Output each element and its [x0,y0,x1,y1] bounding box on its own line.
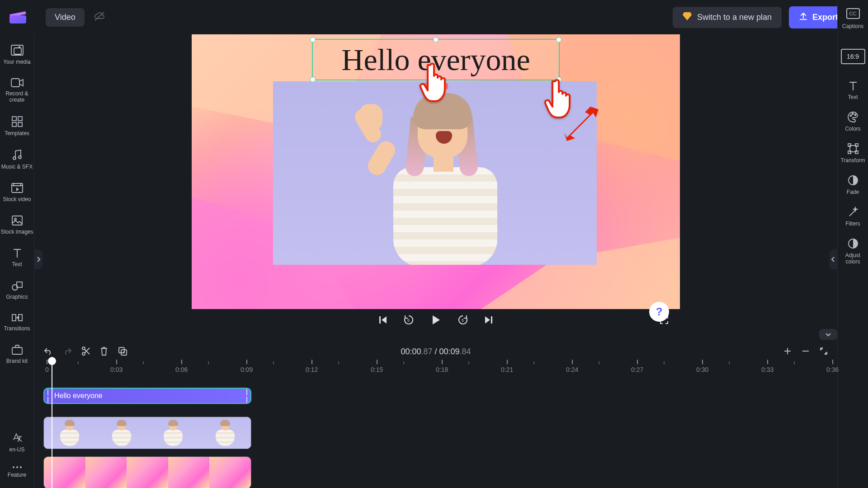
svg-rect-13 [12,216,22,225]
clip-thumbnail [209,457,251,488]
svg-rect-19 [12,347,22,354]
sidebar-item-transitions[interactable]: Transitions [0,307,34,339]
svg-rect-8 [12,122,16,127]
sidebar-label: Text [0,261,34,267]
skip-start-button[interactable] [377,315,387,326]
switch-plan-button[interactable]: Switch to a new plan [673,7,782,28]
svg-rect-27 [848,144,851,146]
clip-thumbnail [44,457,85,488]
inspector-item-captions[interactable]: CC Captions [842,5,863,36]
ruler-minor-tick [338,360,339,376]
inspector-label: Filters [838,221,868,227]
delete-button[interactable] [99,346,108,357]
aspect-ratio-button[interactable]: 16:9 [841,49,865,64]
sidebar-item-record-create[interactable]: Record & create [0,72,34,110]
resize-handle-bl[interactable] [310,77,316,82]
inspector-label: Transform [838,157,868,164]
text-clip[interactable]: Hello everyone [43,388,251,404]
inspector-item-fade[interactable]: Fade [838,166,868,198]
svg-point-22 [20,466,22,468]
ruler-minor-tick [599,360,599,376]
help-button[interactable]: ? [649,302,669,322]
play-button[interactable] [430,314,442,327]
aspect-ratio-value: 16:9 [847,53,859,60]
text-icon [12,248,22,258]
sidebar-item-text[interactable]: Text [0,242,34,275]
ruler-label: 0:21 [501,360,513,376]
svg-rect-0 [9,15,26,23]
sidebar-item-stock-video[interactable]: Stock video [0,177,34,210]
resize-arrow-annotation [559,102,602,145]
inspector-item-transform[interactable]: Transform [838,135,868,166]
sidebar-left: Your media Record & create Templates Mus… [0,34,34,488]
app-logo-icon[interactable] [8,10,28,24]
clip-trim-left[interactable] [44,389,52,403]
forward-icon: 5 [457,314,469,326]
undo-button[interactable] [43,346,53,357]
cc-icon: CC [846,8,860,19]
trash-icon [99,346,108,356]
background-clip[interactable] [43,456,251,488]
palette-icon [847,111,859,123]
svg-point-14 [14,218,16,220]
svg-rect-17 [12,314,16,321]
back-5s-button[interactable]: 5 [403,314,415,327]
music-icon [12,149,23,161]
track-text[interactable]: Hello everyone [34,388,837,409]
ruler-minor-tick [664,360,665,376]
inspector-label: Adjust colors [838,252,868,265]
sidebar-item-more[interactable]: Feature [0,460,34,485]
sidebar-item-stock-images[interactable]: Stock images [0,210,34,242]
video-icon [11,183,24,193]
sidebar-label: Stock images [0,229,34,235]
play-icon [430,314,442,326]
svg-rect-28 [855,144,858,146]
resize-handle-tl[interactable] [310,37,316,42]
track-background[interactable] [34,456,837,488]
ruler-minor-tick [468,360,469,376]
playhead-handle[interactable] [48,357,56,365]
cloud-sync-off-icon [94,11,105,23]
sidebar-item-templates[interactable]: Templates [0,110,34,144]
scissors-icon [81,346,90,356]
zoom-fit-button[interactable] [819,347,828,357]
minus-icon [801,347,810,356]
svg-text:5: 5 [462,318,464,323]
timeline-ruler[interactable]: 00:030:060:090:120:150:180:210:240:270:3… [34,360,837,376]
inspector-item-filters[interactable]: Filters [838,198,868,230]
skip-end-button[interactable] [484,315,494,326]
clip-trim-right[interactable] [243,389,250,403]
zoom-out-button[interactable] [801,347,810,357]
sidebar-label: en-US [0,446,34,453]
resize-handle-tm[interactable] [433,37,439,42]
preview-canvas[interactable]: Hello everyone [192,34,680,309]
ruler-minor-tick [403,360,404,376]
briefcase-icon [11,344,23,355]
topbar: Video Switch to a new plan Export [0,0,868,34]
sidebar-item-graphics[interactable]: Graphics [0,275,34,307]
split-button[interactable] [81,346,90,357]
sidebar-item-your-media[interactable]: Your media [0,39,34,72]
sidebar-item-brand-kit[interactable]: Brand kit [0,339,34,371]
zoom-in-button[interactable] [783,347,792,357]
resize-handle-tr[interactable] [556,37,561,42]
skip-end-icon [484,315,494,325]
ruler-label: 0:12 [306,360,318,376]
ruler-label: 0:18 [436,360,448,376]
sidebar-item-language[interactable]: en-US [0,427,34,460]
clip-thumbnail [199,417,251,449]
video-clip[interactable] [43,417,251,449]
inspector-item-adjust-colors[interactable]: Adjust colors [838,230,868,267]
inspector-item-text[interactable]: Text [838,72,868,103]
duplicate-button[interactable] [118,346,127,357]
sidebar-label: Templates [0,130,34,136]
sidebar-item-music-sfx[interactable]: Music & SFX [0,144,34,177]
project-name-button[interactable]: Video [46,8,85,27]
sidebar-label: Your media [0,59,34,65]
inspector-item-colors[interactable]: Colors [838,103,868,135]
undo-icon [43,347,53,356]
clip-thumbnail [127,457,168,488]
export-label: Export [812,13,838,22]
forward-5s-button[interactable]: 5 [457,314,469,327]
track-video[interactable] [34,417,837,449]
